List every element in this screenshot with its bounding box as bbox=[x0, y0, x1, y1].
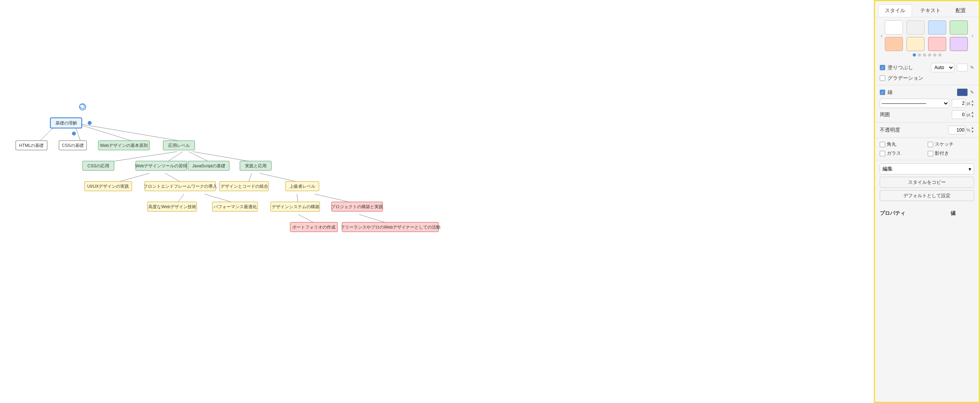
swatch-dot-4[interactable] bbox=[928, 53, 931, 57]
svg-point-22 bbox=[72, 132, 76, 136]
swatches-section: ‹ › bbox=[875, 17, 979, 60]
canvas-area[interactable]: 基礎の理解 HTMLの基礎 CSSの基礎 Webデザインの基本原則 応用レベル … bbox=[0, 0, 874, 403]
prop-value-header: 値 bbox=[951, 210, 974, 217]
edit-dropdown-arrow: ▾ bbox=[969, 166, 971, 172]
gradient-row: グラデーション bbox=[880, 75, 974, 82]
swatch-white[interactable] bbox=[885, 20, 903, 35]
fill-checkbox[interactable]: ✓ bbox=[880, 65, 885, 70]
svg-text:Webデザインツールの習得: Webデザインツールの習得 bbox=[135, 163, 187, 168]
swatch-light-blue[interactable] bbox=[928, 20, 946, 35]
opacity-input: % ▲ ▼ bbox=[948, 126, 974, 134]
tab-text[interactable]: テキスト bbox=[914, 4, 947, 17]
property-table: プロパティ 値 bbox=[875, 207, 979, 222]
sketch-check-item: スケッチ bbox=[928, 141, 974, 148]
swatch-prev-arrow[interactable]: ‹ bbox=[880, 32, 883, 39]
stroke-label: 線 bbox=[888, 89, 954, 96]
opacity-row: 不透明度 % ▲ ▼ bbox=[880, 126, 974, 134]
stroke-width-unit: pt bbox=[967, 101, 970, 106]
svg-text:フロントエンドフレームワークの導入: フロントエンドフレームワークの導入 bbox=[144, 184, 217, 189]
swatch-dot-6[interactable] bbox=[938, 53, 941, 57]
mindmap-svg: 基礎の理解 HTMLの基礎 CSSの基礎 Webデザインの基本原則 応用レベル … bbox=[0, 0, 551, 314]
stroke-edit-icon[interactable]: ✎ bbox=[970, 90, 974, 95]
swatch-dot-2[interactable] bbox=[918, 53, 921, 57]
opacity-down[interactable]: ▼ bbox=[971, 130, 974, 134]
stroke-checkbox[interactable]: ✓ bbox=[880, 90, 885, 95]
tab-layout[interactable]: 配置 bbox=[949, 4, 973, 17]
swatch-dot-3[interactable] bbox=[923, 53, 926, 57]
tab-style[interactable]: スタイル bbox=[878, 4, 912, 17]
opacity-field[interactable] bbox=[948, 126, 965, 134]
svg-text:HTMLの基礎: HTMLの基礎 bbox=[19, 143, 44, 148]
svg-point-21 bbox=[88, 121, 92, 125]
shadow-checkbox[interactable] bbox=[928, 151, 933, 156]
stroke-padding-down[interactable]: ▼ bbox=[971, 115, 974, 119]
stroke-width-field[interactable] bbox=[952, 99, 966, 108]
swatch-lavender[interactable] bbox=[950, 37, 968, 51]
svg-text:上級者レベル: 上級者レベル bbox=[289, 184, 315, 189]
shadow-label: 影付き bbox=[935, 150, 949, 157]
right-panel: スタイル テキスト 配置 ‹ › bbox=[874, 0, 980, 403]
stroke-color-box[interactable] bbox=[957, 88, 968, 96]
svg-text:CSSの基礎: CSSの基礎 bbox=[62, 143, 84, 148]
swatch-yellow[interactable] bbox=[906, 37, 925, 51]
edit-dropdown[interactable]: 編集 ▾ bbox=[880, 163, 974, 174]
svg-text:パフォーマンス最適化: パフォーマンス最適化 bbox=[213, 204, 257, 209]
fill-section: ✓ 塗りつぶし Auto ✎ グラデーション bbox=[875, 60, 979, 85]
opacity-unit: % bbox=[966, 128, 970, 132]
stroke-line-row: ──────────── pt ▲ ▼ bbox=[880, 99, 974, 108]
sketch-label: スケッチ bbox=[935, 141, 954, 148]
svg-text:応用レベル: 応用レベル bbox=[168, 143, 190, 148]
swatch-next-arrow[interactable]: › bbox=[971, 32, 974, 39]
swatch-dots bbox=[880, 53, 974, 57]
stroke-padding-input: pt ▲ ▼ bbox=[952, 110, 974, 119]
stroke-padding-up[interactable]: ▲ bbox=[971, 111, 974, 115]
swatch-light-green[interactable] bbox=[950, 20, 968, 35]
shadow-check-item: 影付き bbox=[928, 150, 974, 157]
svg-text:UI/UXデザインの実践: UI/UXデザインの実践 bbox=[87, 184, 129, 189]
prop-name-header: プロパティ bbox=[880, 210, 947, 217]
stroke-padding-field[interactable] bbox=[952, 110, 966, 119]
panel-tabs: スタイル テキスト 配置 bbox=[875, 1, 979, 17]
stroke-padding-label: 周囲 bbox=[880, 111, 913, 118]
rounded-checkbox[interactable] bbox=[880, 142, 885, 147]
glass-check-item: ガラス bbox=[880, 150, 926, 157]
stroke-line-select[interactable]: ──────────── bbox=[880, 99, 949, 108]
prop-table-header: プロパティ 値 bbox=[880, 210, 974, 217]
fill-row: ✓ 塗りつぶし Auto ✎ bbox=[880, 63, 974, 72]
copy-style-label: スタイルをコピー bbox=[908, 179, 946, 186]
svg-text:基礎の理解: 基礎の理解 bbox=[55, 121, 77, 125]
glass-checkbox[interactable] bbox=[880, 151, 885, 156]
glass-label: ガラス bbox=[887, 150, 901, 157]
gradient-checkbox[interactable] bbox=[880, 75, 885, 81]
stroke-width-up[interactable]: ▲ bbox=[971, 99, 974, 103]
svg-text:CSSの応用: CSSの応用 bbox=[87, 163, 109, 168]
swatch-dot-5[interactable] bbox=[933, 53, 936, 57]
stroke-padding-unit: pt bbox=[967, 112, 970, 117]
fill-color-box[interactable] bbox=[957, 64, 968, 71]
style-checks-grid: 角丸 スケッチ ガラス 影付き bbox=[880, 141, 974, 157]
style-options-section: 角丸 スケッチ ガラス 影付き bbox=[875, 138, 979, 160]
svg-text:デザインシステムの構築: デザインシステムの構築 bbox=[272, 204, 319, 209]
fill-edit-icon[interactable]: ✎ bbox=[970, 65, 974, 70]
swatch-dot-1[interactable] bbox=[913, 53, 916, 57]
set-default-button[interactable]: デフォルトとして設定 bbox=[880, 190, 974, 201]
stroke-section: ✓ 線 ✎ ──────────── pt ▲ ▼ 周囲 bbox=[875, 85, 979, 123]
fill-select[interactable]: Auto bbox=[931, 63, 954, 72]
stroke-padding-row: 周囲 pt ▲ ▼ bbox=[880, 110, 974, 119]
opacity-up[interactable]: ▲ bbox=[971, 126, 974, 130]
swatch-orange[interactable] bbox=[885, 37, 903, 51]
svg-line-3 bbox=[74, 123, 183, 141]
svg-text:ポートフォリオの作成: ポートフォリオの作成 bbox=[292, 225, 335, 229]
edit-dropdown-label: 編集 bbox=[882, 165, 893, 172]
svg-line-2 bbox=[74, 123, 134, 141]
stroke-width-input: pt ▲ ▼ bbox=[952, 99, 974, 108]
stroke-padding-stepper: ▲ ▼ bbox=[971, 111, 974, 119]
swatch-pink[interactable] bbox=[928, 37, 946, 51]
svg-text:JavaScriptの基礎: JavaScriptの基礎 bbox=[192, 163, 225, 168]
stroke-header-row: ✓ 線 ✎ bbox=[880, 88, 974, 96]
sketch-checkbox[interactable] bbox=[928, 142, 933, 147]
copy-style-button[interactable]: スタイルをコピー bbox=[880, 177, 974, 188]
swatch-light-gray[interactable] bbox=[906, 20, 925, 35]
stroke-width-down[interactable]: ▼ bbox=[971, 103, 974, 107]
rounded-check-item: 角丸 bbox=[880, 141, 926, 148]
